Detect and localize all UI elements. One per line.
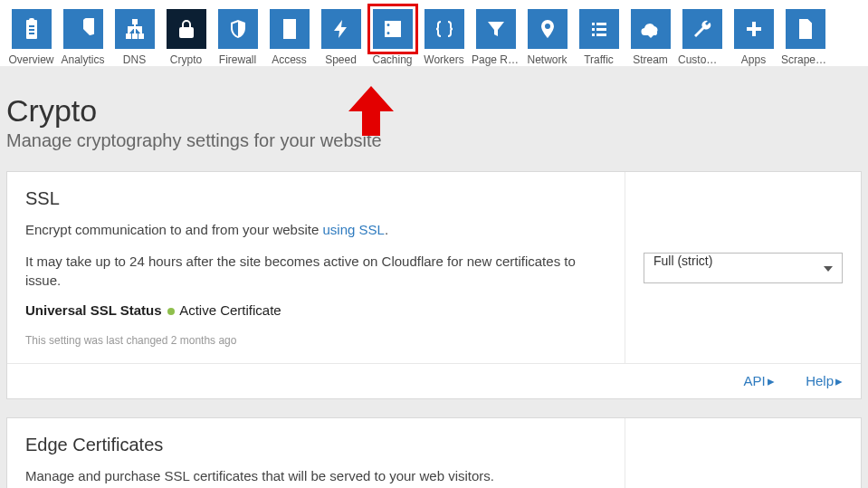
bolt-icon [321, 9, 361, 49]
cloud-icon [631, 9, 671, 49]
red-arrow-annotation [348, 86, 394, 136]
nav-item-custom[interactable]: Custom ... [678, 9, 726, 66]
svg-rect-8 [802, 29, 809, 31]
nav-item-network[interactable]: Network [523, 9, 571, 66]
nav-item-speed[interactable]: Speed [317, 9, 365, 66]
nav-label: Page Rules [472, 53, 520, 66]
svg-rect-9 [802, 33, 809, 34]
svg-rect-2 [133, 34, 137, 38]
nav-label: Traffic [584, 53, 614, 66]
nav-item-pagerules[interactable]: Page Rules [472, 9, 520, 66]
ssl-card: SSL Encrypt communication to and from yo… [6, 171, 862, 399]
nav-item-stream[interactable]: Stream [626, 9, 674, 66]
nav-label: DNS [123, 53, 146, 66]
edge-card-description: Manage and purchase SSL certificates tha… [25, 466, 606, 485]
nav-label: Firewall [219, 53, 256, 66]
svg-rect-3 [139, 34, 143, 38]
braces-icon [424, 9, 464, 49]
file-icon [786, 9, 825, 49]
nav-label: Crypto [170, 53, 202, 66]
drive-icon [373, 9, 413, 49]
pie-icon [63, 9, 103, 49]
nav-label: Scrape S... [781, 53, 829, 66]
svg-point-5 [291, 28, 292, 30]
svg-rect-1 [127, 34, 130, 38]
funnel-icon [476, 9, 516, 49]
nav-label: Access [272, 53, 307, 66]
marker-icon [528, 9, 568, 49]
nav-label: Network [527, 53, 567, 66]
page-title: Crypto [6, 93, 862, 129]
nav-item-traffic[interactable]: Traffic [575, 9, 623, 66]
nav-label: Caching [372, 53, 412, 66]
lock-icon [167, 9, 206, 49]
nav-item-workers[interactable]: Workers [420, 9, 468, 66]
nav-label: Analytics [61, 53, 104, 66]
ssl-card-footer: API▸ Help▸ [7, 363, 861, 398]
status-dot-icon [167, 308, 175, 315]
nav-label: Stream [633, 53, 668, 66]
sitemap-icon [115, 9, 155, 49]
nav-item-crypto[interactable]: Crypto [162, 9, 210, 66]
content-area: Crypto Manage cryptography settings for … [0, 66, 868, 488]
nav-item-scrapes[interactable]: Scrape S... [781, 9, 829, 66]
plus-icon [734, 9, 774, 49]
edge-certificates-card: Edge Certificates Manage and purchase SS… [6, 417, 862, 488]
using-ssl-link[interactable]: using SSL [322, 222, 384, 237]
nav-label: Apps [741, 53, 766, 66]
nav-item-dns[interactable]: DNS [110, 9, 158, 66]
ssl-card-title: SSL [25, 188, 606, 209]
shield-icon [218, 9, 258, 49]
wrench-icon [682, 9, 722, 49]
nav-label: Overview [8, 53, 53, 66]
help-link[interactable]: Help▸ [806, 373, 843, 388]
ssl-status: Universal SSL Status Active Certificate [25, 302, 606, 318]
nav-item-access[interactable]: Access [265, 9, 313, 66]
api-link[interactable]: API▸ [744, 373, 775, 388]
ssl-card-note: It may take up to 24 hours after the sit… [25, 252, 606, 290]
nav-item-analytics[interactable]: Analytics [59, 9, 107, 66]
nav-label: Custom ... [678, 53, 726, 66]
door-icon [270, 9, 310, 49]
nav-label: Speed [325, 53, 357, 66]
top-nav: OverviewAnalyticsDNSCryptoFirewallAccess… [0, 0, 868, 66]
list-icon [579, 9, 619, 49]
clipboard-icon [12, 9, 52, 49]
ssl-mode-select[interactable]: Full (strict) [644, 253, 843, 283]
nav-label: Workers [424, 53, 463, 66]
page-subtitle: Manage cryptography settings for your we… [6, 130, 862, 151]
ssl-card-description: Encrypt communication to and from your w… [25, 220, 606, 239]
nav-item-overview[interactable]: Overview [7, 9, 55, 66]
ssl-card-meta: This setting was last changed 2 months a… [25, 334, 606, 347]
svg-rect-0 [133, 20, 137, 24]
nav-item-apps[interactable]: Apps [730, 9, 777, 66]
nav-item-firewall[interactable]: Firewall [214, 9, 262, 66]
edge-card-title: Edge Certificates [25, 435, 606, 455]
nav-item-caching[interactable]: Caching [368, 9, 416, 66]
